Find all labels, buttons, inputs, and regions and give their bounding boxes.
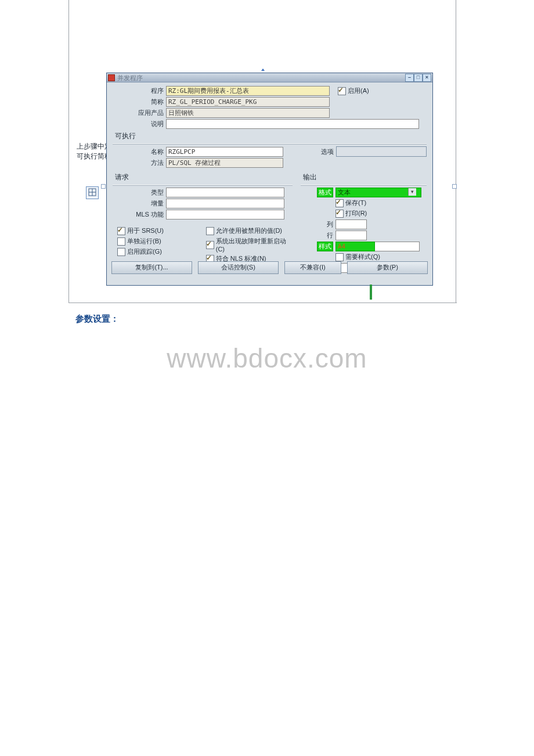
section-output: 输出 <box>301 171 427 183</box>
col-field[interactable] <box>335 219 367 229</box>
print-checkbox[interactable] <box>335 210 344 218</box>
desc-field[interactable] <box>166 119 419 129</box>
program-label: 程序 <box>113 87 166 95</box>
trace-label: 启用跟踪(G) <box>127 247 162 256</box>
solo-label: 单独运行(B) <box>127 237 161 246</box>
minimize-button[interactable]: – <box>405 74 414 82</box>
exec-name-label: 名称 <box>113 147 166 156</box>
restart-label: 系统出现故障时重新启动(C) <box>216 237 293 253</box>
print-label: 打印(R) <box>345 209 367 218</box>
type-label: 类型 <box>113 188 166 197</box>
session-control-button[interactable]: 会话控制(S) <box>198 261 279 274</box>
enable-label: 启用(A) <box>348 87 369 95</box>
incr-field[interactable] <box>166 199 284 208</box>
green-caret-down-icon <box>369 285 373 300</box>
section-request: 请求 <box>113 171 293 183</box>
shortname-label: 简称 <box>113 98 166 106</box>
srs-label: 用于 SRS(U) <box>127 226 164 235</box>
needstyle-checkbox[interactable] <box>335 253 344 261</box>
watermark-text: www.bdocx.com <box>0 343 534 374</box>
program-field[interactable] <box>166 86 330 96</box>
desc-label: 说明 <box>113 120 166 128</box>
param-settings-heading: 参数设置： <box>75 314 119 325</box>
format-label: 格式 <box>317 188 333 197</box>
style-label: 样式 <box>317 242 333 251</box>
restart-checkbox[interactable] <box>206 241 214 249</box>
style-field[interactable] <box>335 242 375 251</box>
exec-method-field[interactable] <box>166 158 283 168</box>
disabled-val-label: 允许使用被禁用的值(D) <box>216 226 282 235</box>
app-label: 应用产品 <box>113 109 166 117</box>
type-field[interactable] <box>166 188 284 197</box>
exec-option-button[interactable] <box>336 146 427 157</box>
incr-label: 增量 <box>113 199 166 208</box>
trace-checkbox[interactable] <box>117 248 125 256</box>
format-dropdown[interactable]: ▾ <box>335 188 417 197</box>
row-label: 行 <box>301 231 335 240</box>
copy-to-button[interactable]: 复制到(T)... <box>111 261 192 274</box>
mls-label: MLS 功能 <box>113 210 166 219</box>
srs-checkbox[interactable] <box>117 227 125 235</box>
solo-checkbox[interactable] <box>117 237 125 246</box>
concurrent-program-window: 并发程序 – □ × 程序 启用(A) 简称 应用产品 说明 可执行 <box>106 73 433 286</box>
parameters-button[interactable]: 参数(P) <box>347 261 428 274</box>
svg-rect-4 <box>370 285 372 300</box>
word-handle-right <box>452 184 457 189</box>
word-anchor-icon <box>86 186 99 199</box>
section-executable: 可执行 <box>113 130 427 142</box>
shortname-field[interactable] <box>166 97 330 107</box>
enable-checkbox[interactable] <box>338 87 346 95</box>
exec-method-label: 方法 <box>113 159 166 167</box>
needstyle-label: 需要样式(Q) <box>345 253 380 261</box>
exec-name-field[interactable] <box>166 147 283 157</box>
close-button[interactable]: × <box>423 74 431 82</box>
app-field[interactable] <box>166 108 330 118</box>
word-handle-left <box>101 184 106 189</box>
maximize-button[interactable]: □ <box>414 74 423 82</box>
save-checkbox[interactable] <box>335 199 344 207</box>
disabled-val-checkbox[interactable] <box>206 227 214 235</box>
incompatible-button[interactable]: 不兼容(I) <box>284 261 341 274</box>
style-field-tail[interactable] <box>370 242 420 251</box>
window-title: 并发程序 <box>117 74 143 82</box>
oracle-icon <box>108 74 115 81</box>
save-label: 保存(T) <box>345 199 366 207</box>
row-field[interactable] <box>335 231 367 240</box>
chevron-down-icon[interactable]: ▾ <box>408 188 416 196</box>
mls-field[interactable] <box>166 210 284 219</box>
window-titlebar[interactable]: 并发程序 – □ × <box>107 73 432 82</box>
exec-option-label: 选项 <box>311 147 336 156</box>
col-label: 列 <box>301 220 335 229</box>
